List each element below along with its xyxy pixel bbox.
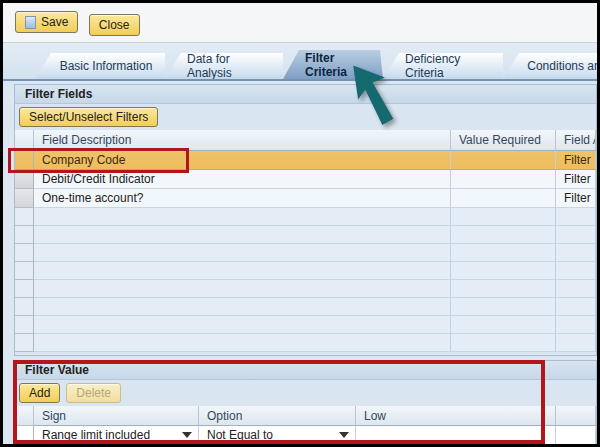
table-row-empty xyxy=(15,208,596,226)
sign-dropdown[interactable]: Range limit included xyxy=(34,426,199,445)
field-description-cell xyxy=(34,262,451,280)
field-analysis-cell xyxy=(556,262,596,280)
chevron-down-icon[interactable] xyxy=(339,432,349,438)
row-selector-cell xyxy=(15,244,34,262)
save-icon xyxy=(25,16,36,29)
tab-label: Filter Criteria xyxy=(305,51,373,79)
column-header-label: Field An xyxy=(564,133,596,147)
column-header-field-analysis[interactable]: Field An xyxy=(556,130,596,151)
option-dropdown-value: Not Equal to xyxy=(207,428,273,442)
close-button-label: Close xyxy=(99,18,130,32)
column-header-filler xyxy=(556,406,596,426)
column-header-value-required[interactable]: Value Required xyxy=(451,130,556,151)
row-selector-cell xyxy=(15,262,34,280)
filter-value-title: Filter Value xyxy=(15,361,596,380)
tab-label: Deficiency Criteria xyxy=(405,52,493,80)
tab-conditions-and-calculations[interactable]: Conditions and Calcula xyxy=(503,53,597,79)
value-required-cell xyxy=(451,226,556,244)
value-required-cell xyxy=(451,244,556,262)
sign-dropdown-value: Range limit included xyxy=(42,428,150,442)
row-selector-cell[interactable] xyxy=(15,170,34,189)
filter-fields-panel: Filter Fields Select/Unselect Filters Fi… xyxy=(14,84,597,356)
table-row-empty xyxy=(15,280,596,298)
table-row-empty xyxy=(15,298,596,316)
field-description-cell[interactable]: Company Code xyxy=(34,151,451,170)
filter-fields-title: Filter Fields xyxy=(15,85,596,104)
select-unselect-filters-button[interactable]: Select/Unselect Filters xyxy=(19,107,158,127)
row-selector-cell xyxy=(15,316,34,334)
field-analysis-cell[interactable]: Filter xyxy=(556,189,596,208)
field-analysis-cell xyxy=(556,298,596,316)
field-description-cell[interactable]: One-time account? xyxy=(34,189,451,208)
save-button-label: Save xyxy=(41,15,68,29)
filter-fields-header-row: Field Description Value Required Field A… xyxy=(15,130,596,151)
filter-fields-table: Field Description Value Required Field A… xyxy=(15,130,596,352)
field-description-cell xyxy=(34,316,451,334)
delete-button[interactable]: Delete xyxy=(66,383,121,403)
row-selector-cell[interactable] xyxy=(15,426,34,445)
table-row-debit-credit[interactable]: Debit/Credit Indicator Filter xyxy=(15,170,596,189)
field-analysis-cell xyxy=(556,280,596,298)
field-description-cell xyxy=(34,298,451,316)
tab-basic-information[interactable]: Basic Information xyxy=(35,53,165,79)
value-required-cell xyxy=(451,262,556,280)
filter-value-header-row: Sign Option Low xyxy=(15,406,596,426)
select-all-cell[interactable] xyxy=(15,130,34,151)
table-row-empty xyxy=(15,334,596,352)
filter-value-table: Sign Option Low Range limit included Not… xyxy=(15,406,596,445)
low-value-input[interactable] xyxy=(356,426,556,445)
tab-label: Conditions and Calcula xyxy=(527,59,597,73)
option-dropdown[interactable]: Not Equal to xyxy=(199,426,356,445)
field-description-cell xyxy=(34,208,451,226)
select-all-cell[interactable] xyxy=(15,406,34,426)
column-header-low[interactable]: Low xyxy=(356,406,556,426)
tab-deficiency-criteria[interactable]: Deficiency Criteria xyxy=(383,53,503,79)
value-required-cell[interactable] xyxy=(451,189,556,208)
value-required-cell xyxy=(451,334,556,352)
field-description-cell[interactable]: Debit/Credit Indicator xyxy=(34,170,451,189)
table-row-company-code[interactable]: Company Code Filter xyxy=(15,151,596,170)
table-row-empty xyxy=(15,316,596,334)
column-header-sign[interactable]: Sign xyxy=(34,406,199,426)
close-button[interactable]: Close xyxy=(89,14,140,36)
value-required-cell xyxy=(451,280,556,298)
value-required-cell[interactable] xyxy=(451,151,556,170)
field-analysis-cell[interactable]: Filter xyxy=(556,170,596,189)
column-header-field-description[interactable]: Field Description xyxy=(34,130,451,151)
tab-label: Basic Information xyxy=(60,59,153,73)
chevron-down-icon[interactable] xyxy=(182,432,192,438)
save-button[interactable]: Save xyxy=(15,11,78,33)
tab-filter-criteria[interactable]: Filter Criteria xyxy=(283,50,383,79)
top-toolbar: Save Close xyxy=(3,3,597,43)
delete-button-label: Delete xyxy=(76,386,111,400)
select-unselect-filters-label: Select/Unselect Filters xyxy=(29,110,148,124)
row-selector-cell xyxy=(15,280,34,298)
filter-value-title-text: Filter Value xyxy=(25,363,89,377)
row-selector-cell[interactable] xyxy=(15,189,34,208)
add-button-label: Add xyxy=(29,386,50,400)
value-required-cell xyxy=(451,298,556,316)
row-selector-cell[interactable] xyxy=(15,151,34,170)
tab-label: Data for Analysis xyxy=(187,52,273,80)
column-header-label: Sign xyxy=(42,409,66,423)
add-button[interactable]: Add xyxy=(19,383,60,403)
field-analysis-cell[interactable]: Filter xyxy=(556,151,596,170)
field-description-cell xyxy=(34,244,451,262)
value-required-cell xyxy=(451,316,556,334)
value-required-cell[interactable] xyxy=(451,170,556,189)
field-analysis-cell xyxy=(556,208,596,226)
row-selector-cell xyxy=(15,208,34,226)
field-description-cell xyxy=(34,334,451,352)
column-header-option[interactable]: Option xyxy=(199,406,356,426)
table-row-empty xyxy=(15,244,596,262)
field-description-cell xyxy=(34,280,451,298)
table-row-one-time-account[interactable]: One-time account? Filter xyxy=(15,189,596,208)
field-analysis-cell xyxy=(556,244,596,262)
tab-data-for-analysis[interactable]: Data for Analysis xyxy=(165,53,283,79)
column-header-label: Low xyxy=(364,409,386,423)
app-window: Save Close Basic Information Data for An… xyxy=(0,0,600,447)
field-analysis-cell xyxy=(556,226,596,244)
field-analysis-cell xyxy=(556,316,596,334)
filter-value-row[interactable]: Range limit included Not Equal to xyxy=(15,426,596,445)
column-header-label: Option xyxy=(207,409,242,423)
